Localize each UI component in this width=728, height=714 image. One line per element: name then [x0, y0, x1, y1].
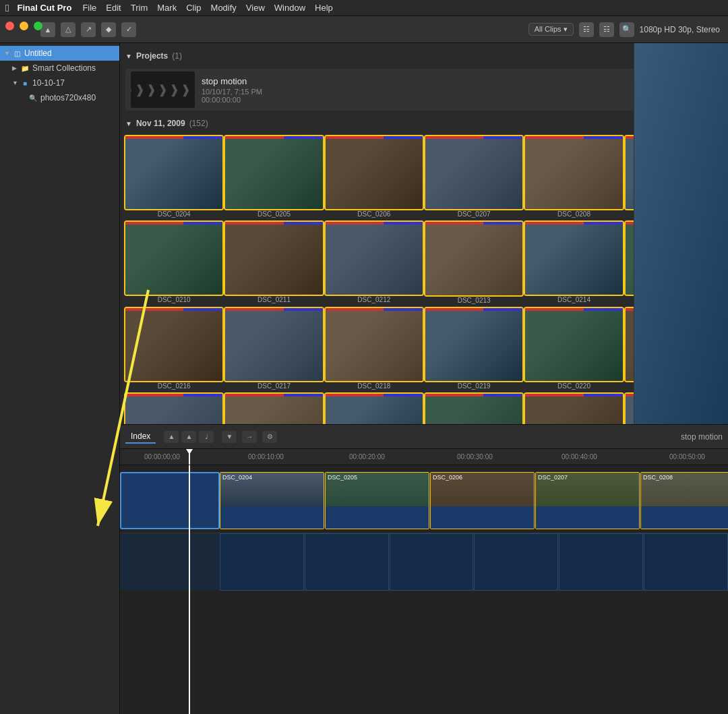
media-filename: DSC_0210 — [125, 295, 222, 305]
grid-view-icon[interactable]: ☷ — [599, 22, 614, 37]
color-bar — [425, 394, 522, 396]
time-marker-20: 00:00:20:00 — [349, 453, 385, 460]
media-thumb — [326, 136, 423, 209]
keychain-icon[interactable]: ◆ — [101, 22, 116, 37]
clip-dsc0204[interactable]: DSC_0204 — [220, 472, 324, 529]
share-icon[interactable]: △ — [61, 22, 75, 37]
list-item[interactable]: DSC_0213 — [425, 222, 522, 305]
list-view-icon[interactable]: ☷ — [579, 22, 594, 37]
color-bar — [225, 308, 322, 311]
index-tab[interactable]: Index — [125, 430, 156, 444]
media-filename: DSC_0214 — [525, 295, 622, 305]
color-bar — [125, 136, 222, 139]
dropdown-icon[interactable]: ▼ — [222, 431, 237, 443]
folder-icon-sc: 📁 — [20, 63, 30, 73]
menu-help[interactable]: Help — [315, 3, 333, 13]
library-icon: ◫ — [12, 49, 22, 58]
snap-icon[interactable]: ▲ — [164, 431, 179, 443]
thumb-img — [425, 136, 522, 209]
clip-dsc0208[interactable]: DSC_0208 — [640, 472, 728, 529]
timeline-panel: Index ▲ ▲ ♩ ▼ → ⚙ stop motion 00:00:00;0… — [120, 424, 728, 714]
list-item[interactable]: DSC_0218 — [326, 308, 423, 391]
settings-icon[interactable]: ⚙ — [262, 431, 277, 443]
apple-menu[interactable]:  — [5, 2, 9, 13]
list-item[interactable]: DSC_0206 — [326, 136, 423, 219]
sidebar-item-smart-collections[interactable]: ▶ 📁 Smart Collections — [0, 61, 119, 76]
media-thumb — [425, 222, 522, 295]
list-item[interactable]: DSC_0210 — [125, 222, 222, 305]
spacer — [20, 94, 27, 101]
index-toolbar: Index ▲ ▲ ♩ ▼ → ⚙ stop motion — [120, 425, 728, 449]
audio-wave-5 — [559, 533, 643, 591]
menu-clip[interactable]: Clip — [186, 3, 201, 13]
menu-file[interactable]: File — [82, 3, 96, 13]
clip-dsc0205[interactable]: DSC_0205 — [325, 472, 429, 529]
list-item[interactable]: DSC_0220 — [525, 308, 622, 391]
app-name[interactable]: Final Cut Pro — [17, 3, 71, 13]
skimming-icon[interactable]: ▲ — [181, 431, 196, 443]
search-icon[interactable]: 🔍 — [619, 22, 634, 37]
media-thumb — [326, 222, 423, 295]
tools-icon[interactable]: → — [242, 431, 257, 443]
list-item[interactable]: DSC_0204 — [125, 136, 222, 219]
playhead-head — [186, 449, 193, 454]
thumb-img — [425, 308, 522, 381]
color-bar — [225, 136, 322, 139]
audio-icon[interactable]: ♩ — [199, 431, 214, 443]
all-clips-dropdown[interactable]: All Clips ▾ — [528, 23, 574, 36]
media-filename: DSC_0220 — [525, 381, 622, 391]
check-icon[interactable]: ✓ — [121, 22, 136, 37]
list-item[interactable]: DSC_0208 — [525, 136, 622, 219]
sidebar: ▼ ◫ Untitled ▶ 📁 Smart Collections ▼ ■ 1… — [0, 43, 120, 714]
all-clips-label: All Clips ▾ — [535, 25, 568, 34]
media-filename: DSC_0211 — [225, 295, 322, 305]
menu-view[interactable]: View — [246, 3, 265, 13]
list-item[interactable]: DSC_0207 — [425, 136, 522, 219]
menu-edit[interactable]: Edit — [106, 3, 121, 13]
menu-trim[interactable]: Trim — [131, 3, 148, 13]
list-item[interactable]: DSC_0211 — [225, 222, 322, 305]
clip-label: DSC_0207 — [538, 474, 568, 481]
color-bar — [225, 222, 322, 225]
color-bar — [125, 308, 222, 311]
import-icon[interactable]: ▲ — [40, 22, 55, 37]
time-ruler: 00:00:00;00 00:00:10:00 00:00:20:00 00:0… — [120, 449, 728, 465]
menu-window[interactable]: Window — [274, 3, 305, 13]
format-label: 1080p HD 30p, Stereo — [640, 25, 720, 34]
time-marker-10: 00:00:10:00 — [248, 453, 284, 460]
sidebar-item-untitled[interactable]: ▼ ◫ Untitled — [0, 46, 119, 61]
list-item[interactable]: DSC_0214 — [525, 222, 622, 305]
clip-dsc0206[interactable]: DSC_0206 — [430, 472, 535, 529]
list-item[interactable]: DSC_0217 — [225, 308, 322, 391]
list-item[interactable]: DSC_0212 — [326, 222, 423, 305]
projects-arrow[interactable]: ▼ — [125, 53, 132, 60]
sidebar-item-photos720[interactable]: 🔍 photos720x480 — [0, 90, 119, 105]
menu-modify[interactable]: Modify — [211, 3, 237, 13]
color-bar — [326, 394, 423, 396]
minimize-button[interactable] — [20, 22, 28, 30]
list-item[interactable]: DSC_0205 — [225, 136, 322, 219]
color-bar — [425, 222, 522, 225]
color-bar — [125, 222, 222, 225]
audio-wave-2 — [305, 533, 389, 591]
media-arrow[interactable]: ▼ — [125, 120, 132, 127]
maximize-button[interactable] — [34, 22, 42, 30]
thumb-img — [125, 308, 222, 381]
color-bar — [425, 308, 522, 311]
thumb-img — [525, 136, 622, 209]
thumb-img — [225, 136, 322, 209]
list-item[interactable]: DSC_0219 — [425, 308, 522, 391]
sidebar-label-event: 10-10-17 — [32, 78, 65, 88]
media-thumb — [125, 222, 222, 295]
close-button[interactable] — [5, 22, 14, 30]
time-marker-50: 00:00:50:00 — [669, 453, 705, 460]
clip-dsc0207[interactable]: DSC_0207 — [535, 472, 640, 529]
transcode-icon[interactable]: ↗ — [81, 22, 96, 37]
chevron-6: ❱ — [181, 82, 191, 97]
clip-label: DSC_0205 — [328, 474, 357, 481]
menu-mark[interactable]: Mark — [157, 3, 177, 13]
sidebar-item-10-10-17[interactable]: ▼ ■ 10-10-17 — [0, 76, 119, 90]
list-item[interactable]: DSC_0216 — [125, 308, 222, 391]
media-filename: DSC_0213 — [425, 295, 522, 305]
playhead[interactable] — [189, 449, 190, 465]
